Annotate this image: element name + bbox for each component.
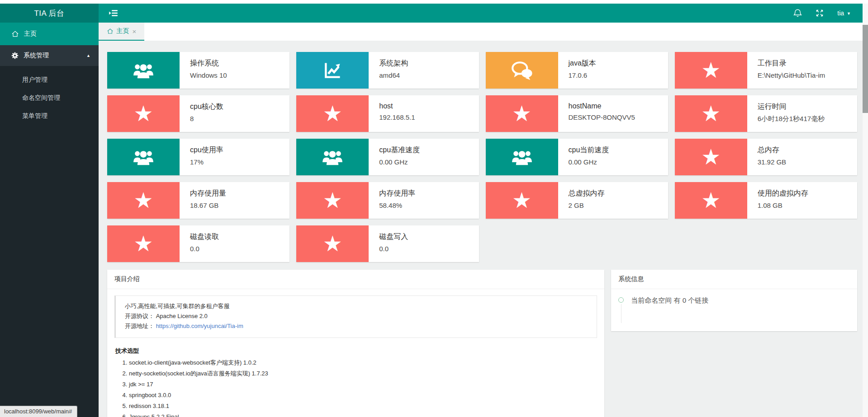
tab-bar: 主页 ×	[99, 23, 863, 41]
stat-card: ★总内存31.92 GB	[675, 139, 857, 175]
stat-card: 系统架构amd64	[296, 52, 479, 89]
star-icon: ★	[107, 225, 180, 262]
gear-icon	[11, 52, 19, 59]
star-icon: ★	[675, 139, 747, 175]
sidebar-toggle-button[interactable]	[109, 9, 118, 17]
tech-stack-list: socket.io-client(java-websocket客户端支持) 1.…	[114, 360, 597, 417]
stat-card-text: 内存使用量18.67 GB	[180, 182, 226, 219]
timeline-marker	[618, 297, 624, 323]
sidebar-subitem[interactable]: 命名空间管理	[0, 89, 99, 107]
sidebar-submenu: 用户管理命名空间管理菜单管理	[0, 66, 99, 127]
stat-card-title: cpu基准速度	[379, 145, 420, 155]
stat-card: cpu使用率17%	[107, 139, 289, 175]
stat-cards-grid: 操作系统Windows 10系统架构amd64java版本17.0.6★工作目录…	[107, 52, 857, 262]
stat-card: ★内存使用量18.67 GB	[107, 182, 289, 219]
stat-card-title: cpu当前速度	[569, 145, 609, 155]
timeline-dot-icon	[618, 297, 624, 303]
stat-card: ★磁盘写入0.0	[296, 225, 479, 262]
sidebar-item-system-management[interactable]: 系统管理 ▲	[0, 45, 99, 66]
tab-close-icon[interactable]: ×	[133, 28, 137, 35]
stat-card-title: 内存使用率	[379, 189, 415, 198]
page-scrollbar[interactable]	[863, 4, 868, 417]
stat-card-value: 0.0	[190, 245, 219, 253]
project-description: 小巧,高性能,可插拔,可集群的多租户客服	[125, 301, 588, 311]
stat-card-title: hostName	[569, 102, 635, 110]
stat-card-title: host	[379, 102, 415, 110]
repo-link[interactable]: https://github.com/yujuncai/Tia-im	[156, 323, 243, 329]
stat-card-value: 8	[190, 115, 223, 122]
username-label: tia	[837, 9, 844, 17]
timeline-tail	[621, 304, 621, 323]
repo-line: 开源地址： https://github.com/yujuncai/Tia-im	[125, 321, 588, 331]
chart-icon	[296, 52, 369, 89]
stat-card-value: DESKTOP-8ONQVV5	[569, 113, 635, 121]
license-value: Apache License 2.0	[156, 313, 208, 319]
stat-card-text: 系统架构amd64	[369, 52, 408, 89]
tab-home[interactable]: 主页 ×	[99, 23, 144, 41]
users-icon	[107, 52, 180, 89]
star-icon: ★	[675, 182, 747, 219]
project-panel-title: 项目介绍	[107, 270, 604, 289]
project-intro-box: 小巧,高性能,可插拔,可集群的多租户客服 开源协议： Apache Licens…	[114, 295, 597, 338]
stat-card-title: 总虚拟内存	[569, 189, 605, 198]
system-info-panel: 系统信息 当前命名空间 有 0 个链接	[611, 270, 857, 331]
stat-card-value: 18.67 GB	[190, 201, 226, 209]
stat-card-value: 58.48%	[379, 201, 415, 209]
users-icon	[486, 139, 558, 175]
sidebar-subitem[interactable]: 用户管理	[0, 70, 99, 89]
top-navbar: tia ▼	[99, 4, 863, 23]
stat-card: ★cpu核心数8	[107, 95, 289, 132]
bell-icon	[793, 9, 802, 18]
stat-card-text: 操作系统Windows 10	[180, 52, 227, 89]
star-icon: ★	[296, 182, 369, 219]
project-panel-body: 小巧,高性能,可插拔,可集群的多租户客服 开源协议： Apache Licens…	[107, 289, 604, 417]
stat-card: 操作系统Windows 10	[107, 52, 289, 89]
stat-card-title: 内存使用量	[190, 189, 226, 198]
stat-card: ★磁盘读取0.0	[107, 225, 289, 262]
stat-card-text: cpu基准速度0.00 GHz	[369, 139, 420, 175]
stat-card-text: 磁盘写入0.0	[369, 225, 408, 262]
star-icon: ★	[675, 52, 747, 89]
bottom-panels: 项目介绍 小巧,高性能,可插拔,可集群的多租户客服 开源协议： Apache L…	[107, 270, 857, 417]
tech-stack-title: 技术选型	[115, 347, 597, 355]
fullscreen-button[interactable]	[816, 9, 824, 17]
stat-card-title: 使用的虚拟内存	[758, 189, 808, 198]
app-root: TIA 后台	[0, 4, 863, 417]
license-label: 开源协议：	[125, 313, 154, 319]
stat-card: ★内存使用率58.48%	[296, 182, 479, 219]
stat-card-value: 31.92 GB	[758, 158, 786, 166]
stat-card-title: 工作目录	[758, 59, 825, 68]
star-icon: ★	[296, 225, 369, 262]
user-menu[interactable]: tia ▼	[837, 9, 851, 17]
stat-card-value: 1.08 GB	[758, 201, 808, 209]
scrollbar-thumb[interactable]	[863, 25, 868, 113]
sidebar-item-home[interactable]: 主页	[0, 23, 99, 45]
users-icon	[107, 139, 180, 175]
stat-card: cpu基准速度0.00 GHz	[296, 139, 479, 175]
stat-card: ★hostNameDESKTOP-8ONQVV5	[486, 95, 668, 132]
caret-up-icon: ▲	[86, 53, 90, 58]
star-icon: ★	[675, 95, 747, 132]
star-icon: ★	[486, 95, 558, 132]
navbar-right-group: tia ▼	[793, 9, 851, 18]
stat-card-value: 0.00 GHz	[569, 158, 609, 166]
stat-card-title: 操作系统	[190, 59, 227, 68]
main-area: 主页 × 操作系统Windows 10系统架构amd64java版本17.0.6…	[99, 23, 863, 417]
stat-card: ★总虚拟内存2 GB	[486, 182, 668, 219]
tech-stack-item: socket.io-client(java-websocket客户端支持) 1.…	[129, 360, 597, 366]
caret-down-icon: ▼	[847, 11, 851, 16]
stat-card-text: 工作目录E:\Netty\GitHub\Tia-im	[747, 52, 825, 89]
fullscreen-icon	[816, 9, 824, 17]
stat-card-value: 6小时18分1秒417毫秒	[758, 115, 825, 123]
notifications-button[interactable]	[793, 9, 802, 18]
browser-status-bar: localhost:8099/web/main#	[0, 406, 77, 417]
stat-card-title: 系统架构	[379, 59, 408, 68]
stat-card-text: cpu使用率17%	[180, 139, 223, 175]
stat-card-text: 总内存31.92 GB	[747, 139, 786, 175]
tech-stack-item: jdk >= 17	[129, 381, 597, 388]
sidebar-system-label: 系统管理	[24, 52, 49, 60]
sidebar-subitem[interactable]: 菜单管理	[0, 107, 99, 125]
stat-card: ★host192.168.5.1	[296, 95, 479, 132]
sidebar: 主页 系统管理 ▲ 用户管理命名空间管理菜单管理	[0, 23, 99, 417]
star-icon: ★	[107, 95, 180, 132]
